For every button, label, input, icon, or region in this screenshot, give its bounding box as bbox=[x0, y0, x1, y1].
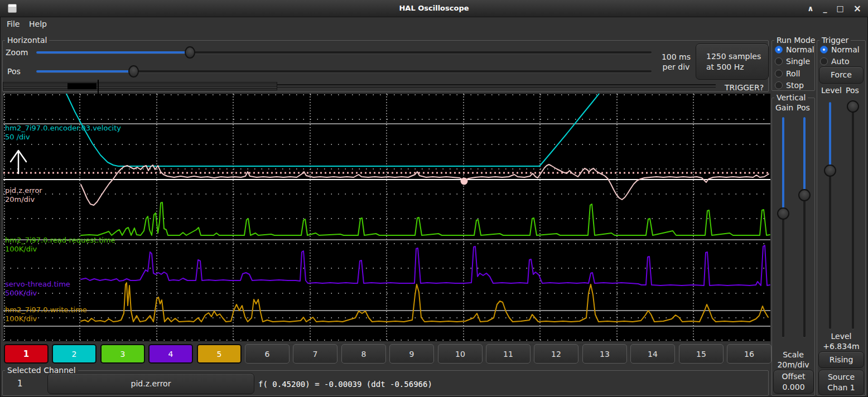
radio-icon bbox=[775, 57, 783, 65]
trace-pid-z-error bbox=[81, 164, 769, 205]
window-title: HAL Oscilloscope bbox=[0, 4, 868, 12]
channel-name-text: servo-thread.time bbox=[5, 280, 70, 289]
channel-button-15[interactable]: 15 bbox=[679, 344, 724, 364]
vertical-gain-slider-fill bbox=[782, 117, 784, 214]
offset-button[interactable]: Offset 0.000 bbox=[773, 370, 814, 394]
trace-servo-thread-time bbox=[81, 245, 770, 285]
trigger-level-slider-handle[interactable] bbox=[824, 164, 836, 177]
channel-button-12[interactable]: 12 bbox=[534, 344, 578, 364]
channel-scale-text: 100K/div bbox=[5, 245, 115, 254]
channel-button-6[interactable]: 6 bbox=[245, 344, 290, 364]
channel-button-8[interactable]: 8 bbox=[341, 344, 386, 364]
vertical-pos-column-label: Pos bbox=[797, 103, 810, 112]
vertical-gain-slider-handle[interactable] bbox=[777, 207, 789, 220]
horizontal-zoom-slider-handle[interactable] bbox=[185, 46, 195, 59]
channel-scale-text: 100K/div bbox=[5, 314, 87, 323]
zoom-label: Zoom bbox=[6, 48, 28, 57]
radio-icon bbox=[775, 46, 783, 54]
channel-button-4[interactable]: 4 bbox=[148, 344, 193, 364]
trigger-status-text: TRIGGER? bbox=[725, 83, 764, 92]
minimize-button[interactable]: _ bbox=[823, 4, 827, 13]
channel-label-1: hm2_7i97.0.encoder.03.velocity50 /div bbox=[5, 124, 121, 142]
channel-label-4: servo-thread.time500K/div bbox=[5, 280, 70, 298]
vertical-group-label: Vertical bbox=[774, 93, 808, 102]
run-mode-roll-radio[interactable]: Roll bbox=[775, 69, 800, 78]
record-bar-extension bbox=[277, 84, 716, 85]
trigger-level-arrow-icon[interactable] bbox=[11, 151, 26, 173]
horizontal-pos-slider-handle[interactable] bbox=[128, 65, 139, 78]
vertical-pos-slider-handle[interactable] bbox=[798, 189, 811, 201]
trigger-group: Trigger Normal Auto Force Level Pos Leve… bbox=[817, 40, 866, 396]
channel-label-2: pid.z.error20m/div bbox=[5, 186, 42, 204]
channel-button-13[interactable]: 13 bbox=[582, 344, 627, 364]
selected-channel-number: 1 bbox=[17, 379, 23, 389]
radio-icon bbox=[820, 46, 828, 54]
record-position-tick bbox=[98, 80, 99, 94]
channel-button-11[interactable]: 11 bbox=[486, 344, 531, 364]
trigger-pos-column-label: Pos bbox=[846, 86, 859, 95]
run-mode-group: Run Mode Normal Single Roll Stop bbox=[771, 40, 815, 91]
channel-button-10[interactable]: 10 bbox=[438, 344, 483, 364]
pos-label: Pos bbox=[7, 67, 21, 76]
trace-write-time bbox=[81, 283, 768, 322]
close-button[interactable]: × bbox=[853, 3, 861, 14]
trigger-auto-radio[interactable]: Auto bbox=[820, 56, 850, 66]
channel-button-7[interactable]: 7 bbox=[293, 344, 337, 364]
maximize-button[interactable]: □ bbox=[837, 4, 844, 13]
selected-channel-name-button[interactable]: pid.z.error bbox=[47, 373, 254, 394]
trace-encoder-velocity bbox=[66, 94, 599, 166]
force-button[interactable]: Force bbox=[819, 66, 864, 84]
vertical-scale-value: Scale 20m/div bbox=[772, 350, 814, 370]
channel-button-16[interactable]: 16 bbox=[727, 344, 771, 364]
record-bar-extension bbox=[277, 87, 716, 88]
horizontal-zoom-slider-fill bbox=[36, 51, 190, 54]
trigger-level-column-label: Level bbox=[821, 86, 842, 95]
vertical-gain-column-label: Gain bbox=[775, 103, 793, 112]
channel-label-5: hm2_7i97.0.write.time100K/div bbox=[5, 306, 87, 323]
channel-name-text: hm2_7i97.0.read-request.time bbox=[5, 236, 115, 245]
channel-value-readout: f( 0.45200) = -0.00039 (ddt -0.56966) bbox=[258, 380, 432, 389]
channel-label-3: hm2_7i97.0.read-request.time100K/div bbox=[5, 236, 115, 254]
run-mode-normal-radio[interactable]: Normal bbox=[775, 45, 814, 54]
channel-scale-text: 500K/div bbox=[5, 289, 70, 298]
menu-help[interactable]: Help bbox=[29, 20, 47, 28]
channel-scale-text: 20m/div bbox=[5, 195, 42, 204]
radio-icon bbox=[775, 81, 783, 89]
menu-file[interactable]: File bbox=[7, 20, 20, 28]
channel-button-2[interactable]: 2 bbox=[52, 344, 97, 364]
run-mode-stop-radio[interactable]: Stop bbox=[775, 80, 804, 90]
channel-scale-text: 50 /div bbox=[5, 133, 121, 142]
selected-sample-marker[interactable] bbox=[461, 178, 468, 185]
channel-name-text: hm2_7i97.0.write.time bbox=[5, 306, 87, 314]
horizontal-group-label: Horizontal bbox=[5, 36, 49, 45]
record-bar-line bbox=[3, 84, 277, 84]
channel-button-14[interactable]: 14 bbox=[630, 344, 675, 364]
samples-button[interactable]: 1250 samples at 500 Hz bbox=[696, 43, 769, 80]
trigger-group-label: Trigger bbox=[819, 36, 851, 45]
hal-oscilloscope-window: HAL Oscilloscope ∧ _ □ × File Help Horiz… bbox=[0, 0, 868, 397]
channel-name-text: hm2_7i97.0.encoder.03.velocity bbox=[5, 124, 121, 133]
waveform-plot[interactable]: hm2_7i97.0.encoder.03.velocity50 /divpid… bbox=[3, 94, 770, 341]
trigger-edge-button[interactable]: Rising bbox=[818, 351, 864, 368]
shade-button[interactable]: ∧ bbox=[807, 4, 813, 13]
trigger-level-value: Level +6.834m bbox=[817, 331, 865, 351]
channel-button-3[interactable]: 3 bbox=[100, 344, 145, 364]
trigger-normal-radio[interactable]: Normal bbox=[820, 45, 860, 54]
trigger-level-slider-fill bbox=[829, 102, 831, 171]
trigger-source-button[interactable]: Source Chan 1 bbox=[818, 370, 864, 395]
channel-button-5[interactable]: 5 bbox=[197, 344, 242, 364]
channel-button-1[interactable]: 1 bbox=[4, 344, 49, 364]
time-per-div-label: 100 ms per div bbox=[659, 52, 693, 72]
channel-name-text: pid.z.error bbox=[5, 186, 42, 195]
horizontal-pos-slider-fill bbox=[36, 70, 134, 72]
trigger-pos-slider-handle[interactable] bbox=[847, 100, 859, 113]
selected-channel-group: Selected Channel 1 pid.z.error f( 0.4520… bbox=[2, 370, 769, 396]
record-window-segment[interactable] bbox=[67, 83, 97, 89]
radio-icon bbox=[775, 70, 783, 78]
run-mode-single-radio[interactable]: Single bbox=[775, 56, 810, 66]
trigger-pos-slider-track[interactable] bbox=[852, 102, 854, 329]
channel-button-9[interactable]: 9 bbox=[389, 344, 434, 364]
record-bar-line bbox=[3, 86, 277, 86]
titlebar[interactable]: HAL Oscilloscope ∧ _ □ × bbox=[0, 0, 868, 17]
record-bar-line bbox=[3, 88, 277, 89]
